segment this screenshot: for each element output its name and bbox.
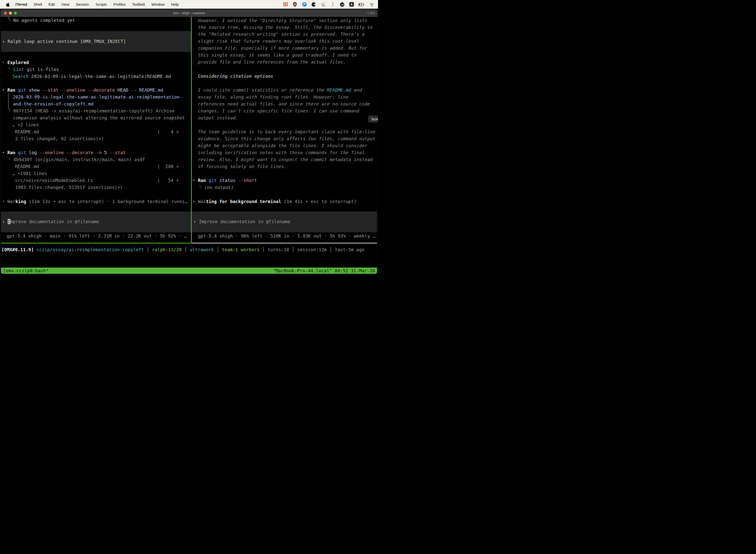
ran-git-status: • Ran git status --short [192, 177, 257, 184]
terminal-line: slight risk that future readers may over… [198, 38, 359, 45]
terminal-line: output instead. [198, 114, 238, 121]
terminal-line: README.md | 280 + [15, 163, 179, 170]
model-status-right: gpt-5.4 xhigh · 96% left · 520K in · 5.8… [198, 233, 375, 239]
terminal-line: … +2 lines [12, 121, 39, 128]
terminal-line: the source tree, missing the essay. Stil… [198, 24, 373, 31]
terminal-line: including verification notes with those … [198, 149, 365, 156]
terminal-line: └ 067f154 (HEAD -> essay/ai-reimplementa… [8, 107, 175, 114]
terminal-line: this single essay, it seems like a good … [198, 52, 357, 59]
no-agents-line: └ No agents completed yet [8, 17, 75, 24]
terminal-line: review. Also, I might want to inspect th… [198, 156, 373, 163]
terminal-line: of focusing solely on file lines. [198, 163, 287, 170]
terminal-line: companion analysis without altering the … [13, 114, 185, 121]
terminal-line: … +1901 lines [12, 170, 47, 177]
terminal-line: README.md | 4 + [15, 128, 179, 135]
terminal-line: and-the-erosion-of-copyleft.md [13, 101, 93, 107]
terminal-line: I could cite commit statistics or refere… [198, 87, 362, 94]
terminal-line: essay file, along with finding root file… [198, 94, 349, 101]
terminal-line: 2 files changed, 92 insertions(+) [15, 135, 104, 142]
terminal-lines: └ No agents completed yet› Ralph loop ac… [0, 0, 378, 277]
terminal-line: The team guideline is to back every impo… [198, 128, 375, 135]
terminal-line: companion file, especially if more comme… [198, 45, 367, 52]
terminal-line: evidence. Since this change only affects… [198, 135, 375, 142]
ran-git-show: • Ran git show --stat --oneline --decora… [2, 87, 163, 94]
terminal-line: However, I noticed the "Directory Struct… [198, 17, 367, 24]
terminal-line: the "Related research writing" section i… [198, 31, 365, 38]
waiting-status: • Waiting for background terminal (1m 41… [192, 198, 357, 205]
tmux-session-label[interactable]: [omx-cczip0:bash* [3, 268, 49, 274]
terminal-line: provide file and line references from th… [198, 59, 346, 65]
terminal-line: └ (no output) [199, 184, 234, 191]
model-status-left: gpt-5.4 xhigh · main · 91% left · 2.31M … [7, 233, 187, 239]
reasoning-heading: Considering citation options [198, 73, 273, 80]
screen-tooltip: Scre [368, 116, 378, 122]
prompt-input-left[interactable]: › Improve documentation in @filename [2, 218, 99, 225]
prompt-input-right[interactable]: › Improve documentation in @filename [193, 218, 290, 225]
terminal-line: might be acceptable alongside the file l… [198, 142, 367, 149]
explored-header: • Explored [2, 59, 29, 66]
ran-git-log: • Ran git log --oneline --decorate -n 5 … [2, 149, 126, 156]
terminal-line: └ 4b9d30f (origin/main, instructkr/main,… [8, 156, 145, 163]
terminal-line: references need actual files, and since … [198, 101, 370, 107]
screen: iTerm2ShellEditViewSessionScriptsProfile… [0, 0, 378, 277]
terminal-line: Search 2026-03-09-is-legal-the-same-as-l… [12, 73, 171, 80]
tmux-status-bar: [omx-cczip0:bash* "MacBook-Pro-44.local"… [1, 268, 377, 274]
omx-status-line: [OMX#0.11.9] cczip/essay/ai-reimplementa… [1, 246, 364, 253]
terminal-line: 2026-03-09-is-legal-the-same-as-legitima… [13, 94, 182, 101]
terminal-line: 1903 files changed, 513517 insertions(+) [15, 184, 123, 191]
terminal-line: └ List git ls-files [8, 66, 59, 73]
ralph-loop-line: › Ralph loop active continue [OMX_TMUX_I… [2, 38, 126, 45]
working-status: • Working (11m 13s • esc to interrupt) ·… [2, 198, 188, 205]
terminal-line: src/voice/voiceModeEnabled.ts | 54 + [15, 177, 179, 184]
terminal-line: changes, I can't cite specific file line… [198, 107, 359, 114]
tmux-host-clock: "MacBook-Pro-44.local" 04:52 31-Mar-26 [273, 268, 375, 274]
